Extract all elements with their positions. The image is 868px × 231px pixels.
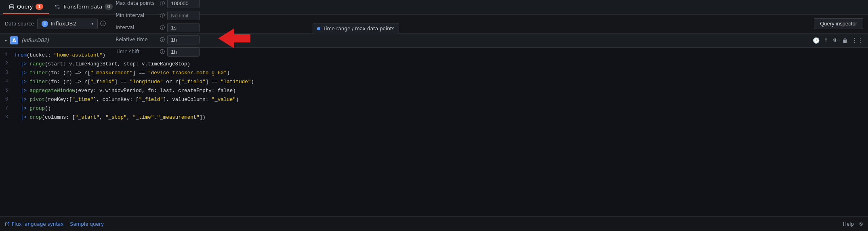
external-link-icon — [5, 222, 10, 227]
qo-row-maxdatapoints: Max data points ⓘ — [116, 0, 200, 9]
qo-row-relativetime: Relative time ⓘ — [116, 34, 200, 45]
query-row-collapse-icon[interactable]: ▾ — [5, 38, 7, 43]
tab-transform[interactable]: Transform data 0 — [49, 0, 118, 14]
qo-info-timeshift[interactable]: ⓘ — [160, 48, 165, 55]
qo-info-maxdatapoints[interactable]: ⓘ — [160, 0, 165, 7]
qo-label-interval: Interval — [116, 25, 160, 30]
line-num-7: 7 — [0, 105, 15, 112]
datasource-label: Data source — [5, 21, 34, 27]
qo-info-mininterval[interactable]: ⓘ — [160, 12, 165, 19]
line-num-8: 8 — [0, 113, 15, 121]
qo-label-relativetime: Relative time — [116, 37, 160, 42]
query-drag-icon[interactable]: ⋮⋮ — [852, 37, 863, 44]
query-options-section: ▾ Query options Max data points ⓘ Min in… — [106, 15, 204, 33]
line-content-3: |> filter(fn: (r) => r["_measurement"] =… — [15, 69, 230, 77]
datasource-icon: I — [42, 21, 48, 27]
query-time-icon[interactable]: 🕐 — [813, 37, 820, 44]
line-content-2: |> range(start: v.timeRangeStart, stop: … — [15, 60, 190, 68]
datasource-select[interactable]: I InfluxDB2 ▾ — [37, 19, 98, 29]
qo-input-mininterval[interactable] — [167, 11, 200, 20]
query-datasource-a: (InfluxDB2) — [21, 38, 49, 43]
qo-label-timeshift: Time shift — [116, 49, 160, 55]
toolbar: Data source I InfluxDB2 ▾ ⓘ ▾ Query opti… — [0, 15, 868, 33]
datasource-info-icon[interactable]: ⓘ — [100, 20, 106, 27]
qo-row-timeshift: Time shift ⓘ — [116, 46, 200, 57]
qo-row-interval: Interval ⓘ — [116, 22, 200, 33]
tooltip-dot — [317, 27, 320, 30]
flux-syntax-link[interactable]: Flux language syntax — [5, 221, 64, 227]
tab-transform-label: Transform data — [63, 4, 102, 10]
line-num-1: 1 — [0, 51, 15, 59]
line-num-4: 4 — [0, 78, 15, 86]
line-content-5: |> aggregateWindow(every: v.windowPeriod… — [15, 87, 236, 95]
qo-info-relativetime[interactable]: ⓘ — [160, 36, 165, 43]
code-line-6: 6 |> pivot(rowKey:["_time"], columnKey: … — [0, 95, 868, 104]
code-line-8: 8 |> drop(columns: ["_start", "_stop", "… — [0, 113, 868, 122]
qo-input-interval[interactable] — [167, 23, 200, 32]
tooltip-text: Time range / max data points — [323, 26, 394, 32]
tab-query[interactable]: Query 1 — [3, 0, 49, 14]
sample-query-link[interactable]: Sample query — [70, 221, 104, 227]
qo-row-mininterval: Min interval ⓘ — [116, 10, 200, 21]
tab-query-label: Query — [17, 4, 33, 10]
query-row-actions: 🕐 ↑ 👁 🗑 ⋮⋮ — [813, 37, 863, 44]
line-num-5: 5 — [0, 87, 15, 94]
query-upload-icon[interactable]: ↑ — [824, 37, 828, 44]
line-content-8: |> drop(columns: ["_start", "_stop", "_t… — [15, 113, 206, 122]
line-num-6: 6 — [0, 96, 15, 103]
code-line-5: 5 |> aggregateWindow(every: v.windowPeri… — [0, 86, 868, 95]
qo-info-interval[interactable]: ⓘ — [160, 24, 165, 31]
line-content-7: |> group() — [15, 105, 51, 113]
qo-input-timeshift[interactable] — [167, 47, 200, 57]
database-icon — [9, 4, 15, 10]
code-line-2: 2 |> range(start: v.timeRangeStart, stop… — [0, 60, 868, 69]
bottom-right: Help ⑤ — [843, 221, 863, 227]
transform-icon — [55, 4, 60, 10]
line-num-2: 2 — [0, 60, 15, 68]
qo-input-maxdatapoints[interactable] — [167, 0, 200, 8]
line-content-6: |> pivot(rowKey:["_time"], columnKey: ["… — [15, 96, 239, 104]
query-options-rows: Max data points ⓘ Min interval ⓘ Interva… — [111, 0, 204, 60]
datasource-name: InfluxDB2 — [50, 21, 76, 27]
help-label[interactable]: Help — [843, 221, 854, 227]
qo-label-mininterval: Min interval — [116, 13, 160, 18]
line-content-4: |> filter(fn: (r) => r["_field"] == "lon… — [15, 78, 254, 86]
qo-input-relativetime[interactable] — [167, 35, 200, 44]
flux-syntax-label: Flux language syntax — [12, 221, 64, 227]
code-line-4: 4 |> filter(fn: (r) => r["_field"] == "l… — [0, 78, 868, 86]
query-delete-icon[interactable]: 🗑 — [842, 37, 848, 44]
query-inspector-button[interactable]: Query inspector — [814, 18, 863, 29]
bottom-bar: Flux language syntax Sample query Help ⑤ — [0, 216, 868, 231]
qo-label-maxdatapoints: Max data points — [116, 0, 160, 6]
query-letter-a: A — [10, 36, 18, 44]
line-num-3: 3 — [0, 69, 15, 77]
tab-query-badge: 1 — [36, 4, 44, 10]
help-icon[interactable]: ⑤ — [859, 221, 863, 227]
code-line-3: 3 |> filter(fn: (r) => r["_measurement"]… — [0, 69, 868, 78]
query-eye-icon[interactable]: 👁 — [832, 37, 838, 44]
code-line-7: 7 |> group() — [0, 104, 868, 113]
line-content-1: from(bucket: "home-assistant") — [15, 51, 105, 59]
chevron-down-icon: ▾ — [91, 21, 93, 26]
svg-point-0 — [10, 4, 14, 6]
interval-tooltip: Time range / max data points — [313, 23, 399, 34]
sample-query-label: Sample query — [70, 221, 104, 227]
